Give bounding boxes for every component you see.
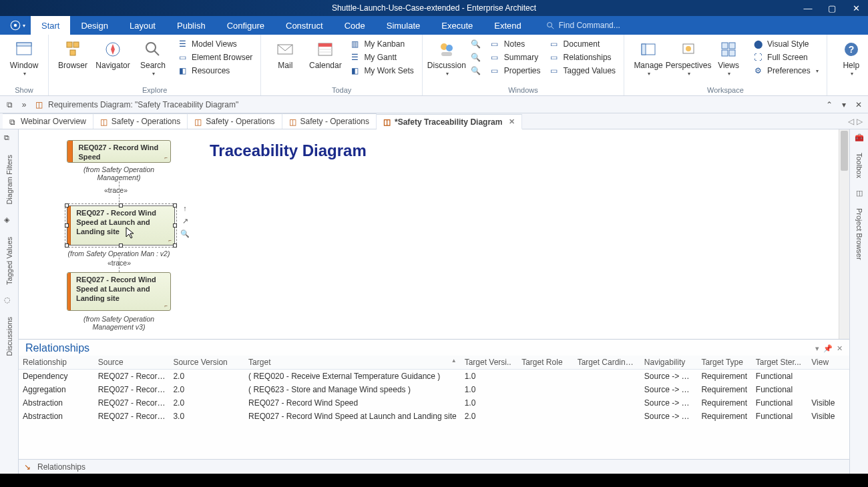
chat-icon[interactable]: ◌: [4, 296, 15, 306]
summary-button[interactable]: ▭Summary: [487, 51, 544, 64]
ribbon-tab-start[interactable]: Start: [31, 16, 70, 35]
table-row[interactable]: DependencyREQ027 - Record ...2.0( REQ020…: [19, 370, 849, 384]
trace-label: «trace»: [107, 259, 131, 267]
forward-icon[interactable]: »: [19, 99, 29, 110]
full-screen-button[interactable]: ⛶Full Screen: [750, 51, 821, 64]
perspectives-icon: [678, 39, 699, 60]
doc-tab-traceability[interactable]: ◫*Safety Traceability Diagram✕: [377, 114, 522, 129]
notes-button[interactable]: ▭Notes: [487, 37, 544, 51]
element-browser-button[interactable]: ▭Element Browser: [174, 51, 255, 64]
visual-style-button[interactable]: ⬤Visual Style: [750, 37, 821, 51]
resources-icon: ◧: [177, 65, 188, 76]
left-tab-diagram-filters[interactable]: Diagram Filters: [5, 152, 13, 207]
project-browser-icon[interactable]: ◫: [856, 189, 863, 197]
ribbon-tab-extend[interactable]: Extend: [483, 16, 531, 35]
relationships-title: Relationships: [25, 342, 89, 354]
minimize-button[interactable]: —: [796, 0, 820, 16]
requirement-node-selected[interactable]: REQ027 - Record Wind Speed at Launch and…: [67, 205, 175, 246]
ribbon-tab-publish[interactable]: Publish: [166, 16, 216, 35]
relationships-button[interactable]: ▭Relationships: [546, 51, 619, 64]
manage-button[interactable]: Manage▾: [630, 37, 667, 79]
calendar-button[interactable]: Calendar: [306, 37, 344, 77]
panel-pin-icon[interactable]: 📌: [823, 344, 833, 353]
ribbon-tab-code[interactable]: Code: [334, 16, 376, 35]
summary-search-button[interactable]: 🔍: [468, 51, 484, 64]
relationships-table[interactable]: Relationship Source Source Version Targe…: [19, 356, 849, 459]
relationships-icon: ▭: [549, 52, 560, 63]
resources-button[interactable]: ◧Resources: [174, 64, 255, 77]
tag-icon[interactable]: ◈: [4, 215, 15, 226]
search-button[interactable]: Search▾: [134, 37, 172, 79]
svg-point-24: [686, 46, 691, 51]
arrow-up-icon[interactable]: ↑: [180, 204, 190, 213]
panel-close-icon[interactable]: ✕: [837, 344, 843, 353]
status-relationships[interactable]: Relationships: [37, 462, 85, 472]
requirement-node[interactable]: REQ027 - Record Wind Speed at Launch and…: [67, 272, 171, 311]
browser-button[interactable]: Browser: [54, 37, 91, 79]
doc-tab-safety-3[interactable]: ◫Safety - Operations: [282, 113, 377, 129]
table-header-row[interactable]: Relationship Source Source Version Targe…: [19, 356, 849, 370]
mail-button[interactable]: Mail: [266, 37, 304, 77]
ribbon-tab-design[interactable]: Design: [70, 16, 118, 35]
preferences-button[interactable]: ⚙Preferences▾: [750, 64, 821, 77]
link-icon[interactable]: ↗: [180, 217, 190, 226]
status-bar: ↘ Relationships: [19, 459, 849, 474]
ea-logo-icon[interactable]: ▾: [4, 16, 31, 35]
help-button[interactable]: ? Help▾: [833, 37, 868, 79]
right-tab-project-browser[interactable]: Project Browser: [855, 205, 863, 263]
svg-rect-26: [729, 43, 735, 49]
tagged-values-button[interactable]: ▭Tagged Values: [546, 64, 619, 77]
navigator-button[interactable]: Navigator: [94, 37, 132, 79]
requirement-node[interactable]: REQ027 - Record Wind Speed⌐: [67, 140, 171, 163]
hierarchy-icon[interactable]: ⧉: [4, 99, 15, 110]
window-button[interactable]: Window▾: [5, 37, 43, 79]
left-tab-discussions[interactable]: Discussions: [5, 314, 13, 359]
trace-label: «trace»: [104, 186, 128, 194]
ribbon-tab-construct[interactable]: Construct: [275, 16, 334, 35]
close-button[interactable]: ✕: [844, 0, 868, 16]
ribbon: Window▾ Show Browser Navigator Search▾ ☰…: [0, 35, 868, 96]
find-command[interactable]: Find Command...: [546, 16, 620, 35]
svg-line-3: [552, 27, 554, 29]
ribbon-tab-simulate[interactable]: Simulate: [376, 16, 431, 35]
properties-button[interactable]: ▭Properties: [487, 64, 544, 77]
menu-icon[interactable]: ▾: [839, 99, 849, 110]
filter-icon[interactable]: ⧉: [4, 133, 15, 144]
doc-tab-safety-1[interactable]: ◫Safety - Operations: [93, 113, 188, 129]
tab-prev-icon[interactable]: ◁: [848, 117, 854, 126]
properties-search-button[interactable]: 🔍: [468, 64, 484, 77]
doc-tab-webinar[interactable]: ⧉Webinar Overview: [3, 113, 93, 129]
tab-next-icon[interactable]: ▷: [857, 117, 863, 126]
table-row[interactable]: AggregationREQ027 - Record ...2.0( REQ62…: [19, 383, 849, 396]
panel-menu-icon[interactable]: ▾: [815, 344, 819, 353]
left-tab-tagged-values[interactable]: Tagged Values: [5, 234, 13, 288]
close-icon[interactable]: ✕: [853, 99, 864, 110]
perspectives-button[interactable]: Perspectives▾: [670, 37, 707, 79]
zoom-icon[interactable]: 🔍: [180, 229, 190, 239]
right-rail: 🧰 Toolbox ◫ Project Browser: [849, 129, 868, 474]
table-row[interactable]: AbstractionREQ027 - Record ...2.0REQ027 …: [19, 396, 849, 410]
my-gantt-button[interactable]: ☰My Gantt: [347, 51, 416, 64]
model-views-button[interactable]: ☰Model Views: [174, 37, 255, 51]
my-work-sets-button[interactable]: ◧My Work Sets: [347, 64, 416, 77]
collapse-icon[interactable]: ⌃: [824, 99, 835, 110]
maximize-button[interactable]: ▢: [820, 0, 844, 16]
table-row[interactable]: AbstractionREQ027 - Record ...3.0REQ027 …: [19, 410, 849, 423]
sort-asc-icon[interactable]: ▲: [451, 358, 457, 364]
document-button[interactable]: ▭Document: [546, 37, 619, 51]
ribbon-tab-execute[interactable]: Execute: [431, 16, 483, 35]
notes-search-button[interactable]: 🔍: [468, 37, 484, 51]
vertical-scrollbar[interactable]: [839, 129, 849, 339]
relationships-icon: ↘: [24, 462, 33, 472]
discussion-button[interactable]: Discussion▾: [428, 37, 465, 79]
ribbon-tab-layout[interactable]: Layout: [119, 16, 166, 35]
tab-close-icon[interactable]: ✕: [509, 117, 515, 126]
toolbox-icon[interactable]: 🧰: [855, 133, 864, 142]
doc-tab-safety-2[interactable]: ◫Safety - Operations: [188, 113, 282, 129]
views-button[interactable]: Views▾: [710, 37, 747, 79]
diagram-canvas[interactable]: Traceability Diagram REQ027 - Record Win…: [19, 129, 849, 339]
ribbon-tab-configure[interactable]: Configure: [216, 16, 275, 35]
quick-tools[interactable]: ↑ ↗ 🔍: [180, 204, 190, 239]
right-tab-toolbox[interactable]: Toolbox: [855, 150, 863, 181]
my-kanban-button[interactable]: ▥My Kanban: [347, 37, 416, 51]
